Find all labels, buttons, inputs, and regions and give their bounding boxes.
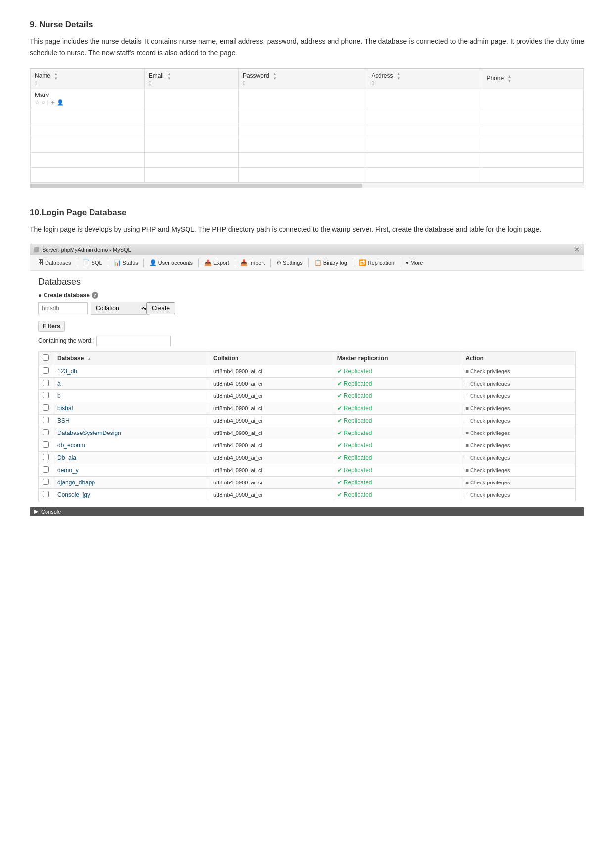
databases-icon: 🗄 xyxy=(38,259,44,266)
console-bar[interactable]: ▶ Console xyxy=(30,507,584,516)
row-collation: utf8mb4_0900_ai_ci xyxy=(209,415,333,427)
row-checkbox[interactable] xyxy=(43,417,49,423)
tb-sep-2 xyxy=(108,258,108,267)
window-btn-1[interactable] xyxy=(34,247,39,252)
priv-label: Check privileges xyxy=(470,430,510,436)
col-replication-header[interactable]: Master replication xyxy=(333,352,461,365)
row-checkbox[interactable] xyxy=(43,380,49,386)
priv-label: Check privileges xyxy=(470,442,510,448)
row-checkbox-cell xyxy=(39,452,53,464)
db-name-link[interactable]: Console_jgy xyxy=(57,491,90,498)
db-name-link[interactable]: a xyxy=(57,380,61,387)
check-privileges-btn[interactable]: ≡ Check privileges xyxy=(465,492,510,498)
db-name-link[interactable]: bishal xyxy=(57,405,73,412)
row-collation: utf8mb4_0900_ai_ci xyxy=(209,402,333,415)
toolbar-export-btn[interactable]: 📤 Export xyxy=(201,257,233,268)
nurse-cell-phone xyxy=(482,89,584,108)
check-privileges-btn[interactable]: ≡ Check privileges xyxy=(465,455,510,461)
toolbar-binlog-btn[interactable]: 📋 Binary log xyxy=(311,257,351,268)
toolbar-users-btn[interactable]: 👤 User accounts xyxy=(146,257,196,268)
grid-icon[interactable]: ⊞ xyxy=(50,99,55,106)
checkmark-icon: ✔ xyxy=(337,405,342,412)
collation-select[interactable]: Collation xyxy=(91,302,150,315)
nurse-col-phone[interactable]: Phone ▲▼ xyxy=(482,69,584,89)
nurse-row-action-icons[interactable]: ☆ ○ | ⊞ 👤 xyxy=(35,99,141,106)
col-collation-header[interactable]: Collation xyxy=(209,352,333,365)
scrollbar-thumb[interactable] xyxy=(30,184,362,188)
person-icon[interactable]: 👤 xyxy=(57,99,64,106)
phpmyadmin-window: Server: phpMyAdmin demo - MySQL ✕ 🗄 Data… xyxy=(30,244,584,516)
col-database-header[interactable]: Database ▲ xyxy=(53,352,209,365)
check-privileges-btn[interactable]: ≡ Check privileges xyxy=(465,381,510,386)
nurse-col-address[interactable]: Address ▲▼ 0 xyxy=(367,69,482,89)
help-icon[interactable]: ? xyxy=(92,292,98,299)
select-all-checkbox[interactable] xyxy=(43,354,49,361)
binlog-label: Binary log xyxy=(323,260,347,266)
row-checkbox[interactable] xyxy=(43,491,49,497)
toolbar-settings-btn[interactable]: ⚙ Settings xyxy=(273,257,306,268)
toolbar-databases-btn[interactable]: 🗄 Databases xyxy=(34,257,75,268)
db-name-link[interactable]: DatabaseSystemDesign xyxy=(57,430,121,436)
replicated-text: Replicated xyxy=(344,430,372,436)
nurse-col-password[interactable]: Password ▲▼ 0 xyxy=(238,69,367,89)
db-name-input[interactable] xyxy=(38,302,88,314)
nurse-cell-email xyxy=(144,89,238,108)
check-privileges-btn[interactable]: ≡ Check privileges xyxy=(465,393,510,399)
row-checkbox-cell xyxy=(39,365,53,378)
replicated-badge: ✔ Replicated xyxy=(337,417,372,424)
check-privileges-btn[interactable]: ≡ Check privileges xyxy=(465,480,510,485)
tb-sep-5 xyxy=(235,258,235,267)
window-close-btn[interactable]: ✕ xyxy=(574,246,580,253)
db-table-row: DatabaseSystemDesign utf8mb4_0900_ai_ci … xyxy=(39,427,576,439)
priv-icon: ≡ xyxy=(465,405,468,411)
row-checkbox[interactable] xyxy=(43,367,49,374)
db-name-link[interactable]: b xyxy=(57,392,61,399)
db-name-link[interactable]: demo_y xyxy=(57,467,79,474)
databases-label: Databases xyxy=(45,260,71,266)
toolbar-sql-btn[interactable]: 📄 SQL xyxy=(79,257,106,268)
star-icon[interactable]: ☆ xyxy=(35,99,40,106)
filters-toggle[interactable]: Filters xyxy=(38,321,65,332)
row-collation: utf8mb4_0900_ai_ci xyxy=(209,390,333,402)
check-privileges-btn[interactable]: ≡ Check privileges xyxy=(465,467,510,473)
phone-sort-icons: ▲▼ xyxy=(507,74,511,83)
row-checkbox[interactable] xyxy=(43,479,49,485)
row-checkbox[interactable] xyxy=(43,441,49,448)
row-checkbox[interactable] xyxy=(43,392,49,398)
row-checkbox[interactable] xyxy=(43,466,49,473)
replicated-text: Replicated xyxy=(344,467,372,474)
horizontal-scrollbar[interactable] xyxy=(30,183,584,188)
check-privileges-btn[interactable]: ≡ Check privileges xyxy=(465,405,510,411)
row-checkbox[interactable] xyxy=(43,454,49,460)
row-replication: ✔ Replicated xyxy=(333,452,461,464)
toolbar-replication-btn[interactable]: 🔁 Replication xyxy=(355,257,398,268)
nurse-col-name[interactable]: Name ▲▼ 1 xyxy=(31,69,145,89)
priv-icon: ≡ xyxy=(465,381,468,386)
check-privileges-btn[interactable]: ≡ Check privileges xyxy=(465,418,510,424)
circle-icon[interactable]: ○ xyxy=(42,99,45,105)
db-name-link[interactable]: BSH xyxy=(57,417,70,424)
check-privileges-btn[interactable]: ≡ Check privileges xyxy=(465,442,510,448)
priv-label: Check privileges xyxy=(470,405,510,411)
row-checkbox[interactable] xyxy=(43,429,49,435)
filter-word-input[interactable] xyxy=(96,336,171,346)
checkmark-icon: ✔ xyxy=(337,479,342,486)
checkmark-icon: ✔ xyxy=(337,417,342,424)
row-checkbox[interactable] xyxy=(43,404,49,411)
db-name-link[interactable]: 123_db xyxy=(57,368,77,375)
toolbar-status-btn[interactable]: 📊 Status xyxy=(110,257,142,268)
check-privileges-btn[interactable]: ≡ Check privileges xyxy=(465,430,510,436)
section-9-body: This page includes the nurse details. It… xyxy=(30,36,584,59)
nurse-col-email[interactable]: Email ▲▼ 0 xyxy=(144,69,238,89)
priv-icon: ≡ xyxy=(465,393,468,399)
row-checkbox-cell xyxy=(39,489,53,501)
toolbar-import-btn[interactable]: 📥 Import xyxy=(237,257,268,268)
db-name-link[interactable]: django_dbapp xyxy=(57,479,95,486)
toolbar-more-btn[interactable]: ▾ More xyxy=(402,258,426,268)
create-db-button[interactable]: Create xyxy=(146,302,175,314)
replicated-text: Replicated xyxy=(344,417,372,424)
check-privileges-btn[interactable]: ≡ Check privileges xyxy=(465,368,510,374)
db-name-link[interactable]: db_econm xyxy=(57,442,85,449)
checkmark-icon: ✔ xyxy=(337,454,342,461)
db-name-link[interactable]: Db_ala xyxy=(57,454,76,461)
